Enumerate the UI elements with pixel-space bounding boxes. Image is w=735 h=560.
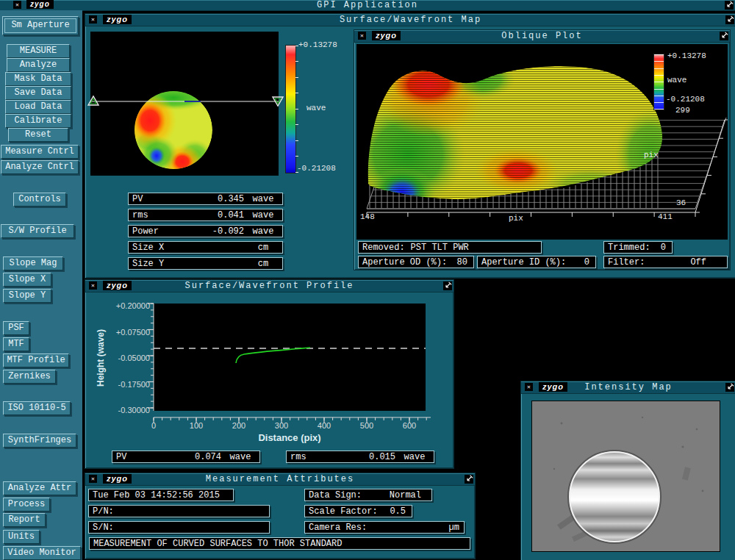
sidebar-item-analyze-attr[interactable]: Analyze Attr [3,481,76,495]
sidebar-item-mtf-profile[interactable]: MTF Profile [3,353,69,367]
oblique-x-min: 148 [360,212,375,221]
sidebar-item-slope-x[interactable]: Slope X [3,273,51,287]
trimmed-field[interactable]: Trimmed:0 [603,241,673,254]
map-colorbar-units: wave [306,104,326,112]
sidebar-item-calibrate[interactable]: Calibrate [5,114,71,128]
sidebar-item-controls[interactable]: Controls [13,193,66,207]
sidebar: Sm Aperture MEASURE Analyze Mask Data Sa… [0,10,82,560]
oblique-colorbar-units: wave [667,76,686,85]
sidebar-item-synthfringes[interactable]: SynthFringes [3,434,76,448]
sidebar-item-iso-10110-5[interactable]: ISO 10110-5 [3,401,71,415]
profile-xtick: 300 [267,421,296,430]
aperture-od-field[interactable]: Aperture OD (%):80 [358,256,474,268]
pin-icon[interactable] [725,1,734,10]
profile-xtick: 500 [352,421,381,430]
profile-xtick: 200 [224,421,254,430]
sidebar-item-units[interactable]: Units [3,530,40,544]
app-title: GPI Application [0,0,735,10]
sidebar-item-analyze-cntrl[interactable]: Analyze Cntrl [1,160,79,174]
oblique-depth-min: 36 [676,198,686,207]
sidebar-item-measure-cntrl[interactable]: Measure Cntrl [1,145,79,159]
oblique-x-max: 411 [658,212,673,221]
oblique-colorbar-max: +0.13278 [667,51,706,60]
comment-field[interactable]: MEASUREMENT OF CURVED SURFACES TO THOR S… [89,537,470,550]
map-title: Surface/Wavefront Map [85,15,735,25]
intensity-map-window: ✕ zygo Intensity Map [520,381,735,560]
oblique-colorbar-min: -0.21208 [666,95,705,104]
sidebar-item-video-monitor[interactable]: Video Monitor [3,546,81,560]
oblique-titlebar[interactable]: ✕ zygo Oblique Plot [354,30,730,43]
sn-field[interactable]: S/N: [88,521,270,534]
profile-xtick: 0 [139,421,168,430]
sidebar-item-measure[interactable]: MEASURE [7,44,70,58]
power-field: Power-0.092wave [128,225,283,237]
sidebar-item-slope-y[interactable]: Slope Y [3,289,51,303]
data-sign-field[interactable]: Data Sign:Normal [304,489,432,501]
attributes-titlebar[interactable]: ✕ zygo Measurement Attributes [85,473,475,486]
sidebar-item-psf[interactable]: PSF [3,321,29,335]
sidebar-item-process[interactable]: Process [3,498,50,511]
sidebar-item-sw-profile[interactable]: S/W Profile [1,224,74,238]
sidebar-item-mtf[interactable]: MTF [3,337,29,351]
pin-icon[interactable] [443,281,452,290]
profile-xtick: 600 [395,421,424,430]
profile-titlebar[interactable]: ✕ zygo Surface/Wavefront Profile [85,280,453,292]
date-field: Tue Feb 03 14:52:56 2015 [88,489,234,501]
profile-ytick: +0.07500 [98,328,150,337]
profile-ytick: -0.05000 [98,353,150,362]
profile-xtick: 400 [309,421,339,430]
sidebar-item-slope-mag[interactable]: Slope Mag [3,256,63,270]
profile-title: Surface/Wavefront Profile [85,281,453,291]
profile-window: ✕ zygo Surface/Wavefront Profile +0.2000… [85,279,454,469]
sidebar-item-load-data[interactable]: Load Data [5,100,71,114]
profile-ytick: +0.20000 [98,301,150,310]
pin-icon[interactable] [720,32,728,40]
map-colorbar-max: +0.13278 [298,40,337,49]
sidebar-item-report[interactable]: Report [3,513,46,527]
rms-field: rms0.041wave [128,209,283,221]
profile-ytick: -0.17500 [98,380,150,389]
sidebar-item-analyze[interactable]: Analyze [7,58,70,72]
oblique-plot-window: ✕ zygo Oblique Plot [354,29,731,270]
measurement-attributes-window: ✕ zygo Measurement Attributes Tue Feb 03… [85,473,476,559]
wavefront-map-plot [90,32,279,176]
sidebar-item-sm-aperture[interactable]: Sm Aperture [2,16,79,35]
oblique-depth-label: pix [644,151,659,159]
oblique-3d-plot [356,44,728,240]
profile-xlabel: Distance (pix) [216,432,363,443]
intensity-title: Intensity Map [521,382,735,392]
sidebar-item-zernikes[interactable]: Zernikes [3,370,56,384]
removed-field[interactable]: Removed:PST TLT PWR [358,241,542,254]
gpi-application-screen: ✕ zygo GPI Application Sm Aperture MEASU… [0,0,735,560]
oblique-title: Oblique Plot [354,31,730,41]
profile-rms-field: rms0.015wave [286,450,434,463]
pin-icon[interactable] [725,383,734,392]
pv-field: PV0.345wave [128,193,283,205]
size-x-field[interactable]: Size Xcm [128,241,283,254]
profile-ylabel: Height (wave) [96,314,106,402]
map-colorbar-min: -0.21208 [297,164,336,173]
aperture-id-field[interactable]: Aperture ID (%):0 [477,256,596,268]
oblique-x-label: pix [509,214,523,223]
app-titlebar[interactable]: ✕ zygo GPI Application [0,0,735,11]
pin-icon[interactable] [725,15,734,24]
sidebar-item-mask-data[interactable]: Mask Data [5,72,71,86]
intensity-titlebar[interactable]: ✕ zygo Intensity Map [521,381,735,394]
profile-ytick: -0.30000 [98,406,150,414]
size-y-field[interactable]: Size Ycm [128,257,283,270]
sidebar-item-save-data[interactable]: Save Data [5,86,71,100]
camera-res-field[interactable]: Camera Res:µm [304,521,465,534]
filter-field[interactable]: Filter:Off [603,256,728,268]
oblique-colorbar [653,54,664,110]
slice-handle-right[interactable] [271,95,284,108]
sidebar-item-reset[interactable]: Reset [8,128,68,142]
profile-xtick: 100 [182,421,211,430]
map-titlebar[interactable]: ✕ zygo Surface/Wavefront Map [85,14,735,26]
scale-factor-field[interactable]: Scale Factor:0.5 [304,505,412,517]
intensity-image [531,401,720,552]
attributes-title: Measurement Attributes [85,474,475,484]
pin-icon[interactable] [465,475,473,484]
pn-field[interactable]: P/N: [88,505,270,517]
oblique-depth-max: 299 [675,106,690,115]
slice-handle-left[interactable] [87,94,100,107]
